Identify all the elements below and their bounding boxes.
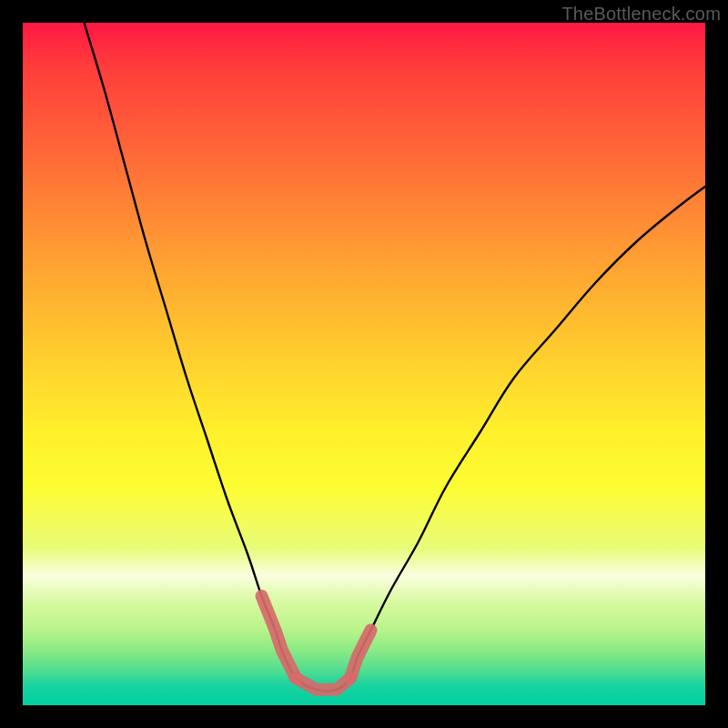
plot-area <box>23 23 705 705</box>
curve-layer <box>23 23 705 705</box>
chart-frame: TheBottleneck.com <box>0 0 728 728</box>
highlight-right-dip <box>350 631 371 679</box>
bottleneck-curve <box>85 23 706 691</box>
highlight-left-dip <box>262 596 297 678</box>
highlight-segments <box>262 596 371 690</box>
watermark-text: TheBottleneck.com <box>561 4 721 25</box>
highlight-valley-floor <box>296 678 350 690</box>
